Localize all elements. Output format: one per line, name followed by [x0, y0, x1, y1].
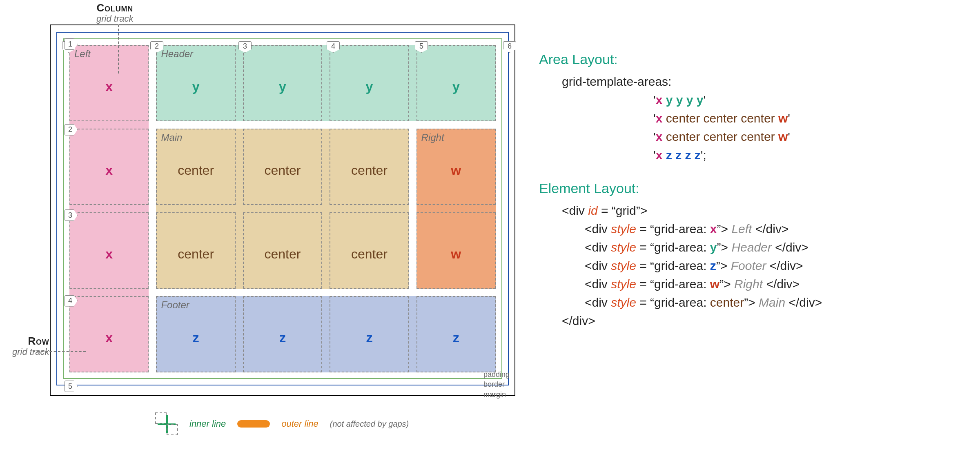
- grid-areas: Left Header Main Right Footer: [69, 45, 496, 372]
- outer-line-note: (not affected by gaps): [330, 419, 409, 429]
- element-layout-title: Element Layout:: [539, 178, 956, 199]
- column-axis-track: grid track: [96, 13, 133, 24]
- outer-line-swatch: [237, 420, 270, 428]
- row-track-leader: [33, 351, 86, 352]
- code-line: <div style = “grid-area: z”> Footer </di…: [539, 256, 956, 275]
- area-header-label: Header: [161, 48, 193, 60]
- code-line: <div style = “grid-area: w”> Right </div…: [539, 275, 956, 293]
- gta-property: grid-template-areas:: [539, 72, 956, 91]
- gta-row: 'x center center center w': [539, 109, 956, 127]
- border-box: Left Header Main Right Footer xyyyyxcent…: [56, 32, 509, 385]
- outer-line-label: outer line: [281, 419, 318, 429]
- area-footer: Footer: [156, 296, 496, 372]
- code-line: <div id = “grid”>: [539, 201, 956, 220]
- code-line: </div>: [539, 312, 956, 330]
- column-axis-caption: Column: [96, 2, 133, 14]
- row-axis-caption: Row: [12, 335, 49, 347]
- inner-line-swatch: [155, 412, 178, 435]
- column-axis-label: Column grid track: [96, 2, 133, 24]
- column-track-leader: [118, 25, 119, 74]
- column-line-6: 6: [503, 41, 516, 53]
- padding-callout: padding: [480, 370, 510, 379]
- legend: inner line outer line (not affected by g…: [155, 412, 409, 435]
- row-line-5: 5: [65, 381, 78, 392]
- area-main: Main: [156, 129, 409, 289]
- area-left: Left: [69, 45, 149, 372]
- grid-diagram: Left Header Main Right Footer xyyyyxcent…: [50, 25, 515, 396]
- box-model-callouts: padding border margin: [475, 370, 510, 399]
- code-line: <div style = “grid-area: center”> Main <…: [539, 293, 956, 312]
- gta-row: 'x y y y y': [539, 91, 956, 109]
- code-line: <div style = “grid-area: x”> Left </div>: [539, 220, 956, 238]
- padding-box: Left Header Main Right Footer xyyyyxcent…: [63, 38, 502, 379]
- gta-rows: 'x y y y y''x center center center w''x …: [539, 91, 956, 164]
- row-axis-track: grid track: [12, 347, 49, 357]
- area-footer-label: Footer: [161, 299, 189, 311]
- margin-callout: margin: [480, 390, 510, 399]
- area-layout-title: Area Layout:: [539, 49, 956, 70]
- row-axis-label: Row grid track: [12, 335, 49, 357]
- inner-line-label: inner line: [189, 419, 226, 429]
- gta-row: 'x z z z z';: [539, 146, 956, 164]
- element-layout-code: <div id = “grid”><div style = “grid-area…: [539, 201, 956, 330]
- area-right-label: Right: [421, 132, 444, 143]
- area-main-label: Main: [161, 132, 182, 143]
- area-right: Right: [416, 129, 496, 289]
- area-left-label: Left: [74, 48, 91, 60]
- area-header: Header: [156, 45, 496, 121]
- gta-row: 'x center center center w': [539, 127, 956, 146]
- code-line: <div style = “grid-area: y”> Header </di…: [539, 238, 956, 256]
- border-callout: border: [480, 379, 510, 389]
- code-explanation: Area Layout: grid-template-areas: 'x y y…: [539, 49, 956, 330]
